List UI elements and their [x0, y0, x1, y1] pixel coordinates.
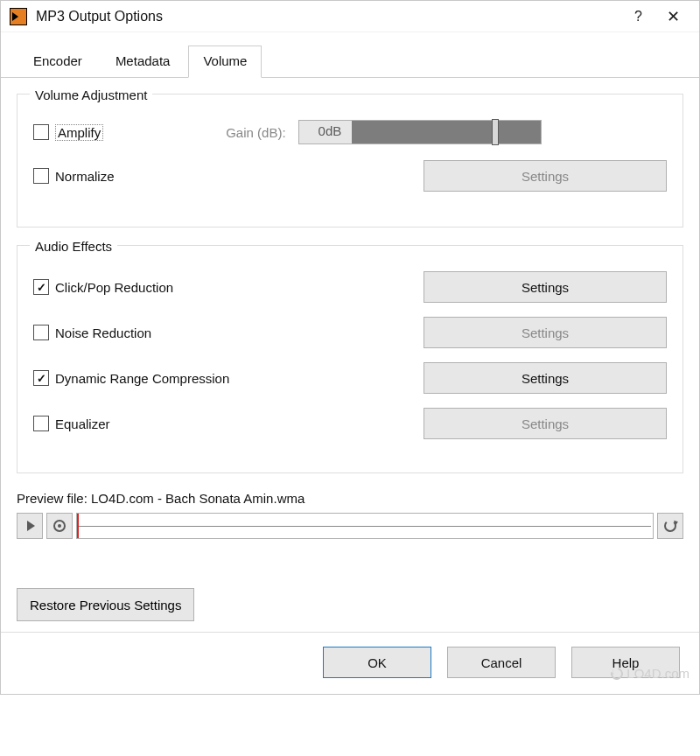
titlebar: MP3 Output Options ? ✕ [1, 1, 699, 32]
dialog-window: MP3 Output Options ? ✕ Encoder Metadata … [0, 0, 700, 695]
checkbox-clickpop[interactable]: Click/Pop Reduction [33, 279, 173, 295]
checkbox-equalizer[interactable]: Equalizer [33, 416, 110, 431]
checkbox-icon [33, 370, 49, 386]
gain-thumb[interactable] [492, 119, 499, 145]
group-title-effects: Audio Effects [30, 239, 117, 254]
tab-encoder[interactable]: Encoder [18, 46, 97, 77]
ok-button[interactable]: OK [323, 647, 431, 678]
preview-file-label: Preview file: LO4D.com - Bach Sonata Ami… [17, 491, 683, 506]
refresh-icon [664, 520, 676, 532]
checkbox-icon [33, 168, 49, 184]
preview-player [17, 513, 683, 539]
gain-fill [352, 121, 541, 144]
app-icon [10, 8, 27, 25]
checkbox-noise-reduction[interactable]: Noise Reduction [33, 325, 151, 340]
gain-label: Gain (dB): [226, 125, 285, 140]
help-button[interactable]: Help [571, 647, 680, 678]
checkbox-icon [33, 124, 49, 140]
clickpop-settings-button[interactable]: Settings [424, 271, 667, 303]
record-button[interactable] [46, 513, 73, 539]
gain-slider[interactable]: 0dB [298, 120, 542, 144]
record-icon [53, 520, 66, 532]
drc-settings-button[interactable]: Settings [424, 362, 667, 394]
checkbox-icon [33, 325, 49, 340]
restore-previous-settings-button[interactable]: Restore Previous Settings [17, 588, 194, 621]
noise-label: Noise Reduction [55, 326, 151, 340]
drc-label: Dynamic Range Compression [55, 371, 229, 386]
waveform-line [79, 526, 651, 527]
checkbox-normalize[interactable]: Normalize [33, 168, 115, 184]
equalizer-settings-button[interactable]: Settings [424, 408, 667, 439]
refresh-button[interactable] [657, 513, 683, 539]
checkbox-icon [33, 416, 49, 431]
titlebar-help-button[interactable]: ? [634, 9, 642, 24]
group-title-volume: Volume Adjustment [30, 88, 152, 102]
play-icon [27, 521, 35, 531]
group-volume-adjustment: Volume Adjustment Amplify Gain (dB): 0dB [17, 94, 683, 228]
tabstrip: Encoder Metadata Volume [1, 32, 699, 78]
window-title: MP3 Output Options [36, 9, 634, 24]
group-audio-effects: Audio Effects Click/Pop Reduction Settin… [17, 245, 683, 473]
gain-value: 0dB [318, 123, 342, 138]
checkbox-icon [33, 279, 49, 295]
noise-settings-button[interactable]: Settings [424, 317, 667, 348]
titlebar-close-button[interactable]: ✕ [667, 7, 680, 26]
amplify-label: Amplify [55, 124, 103, 141]
tab-body-volume: Volume Adjustment Amplify Gain (dB): 0dB [1, 78, 699, 632]
normalize-label: Normalize [55, 169, 115, 184]
cancel-button[interactable]: Cancel [447, 647, 556, 678]
play-button[interactable] [17, 513, 43, 539]
checkbox-amplify[interactable]: Amplify [33, 124, 103, 141]
equalizer-label: Equalizer [55, 416, 110, 431]
normalize-settings-button[interactable]: Settings [424, 160, 667, 192]
tab-volume[interactable]: Volume [188, 46, 262, 78]
clickpop-label: Click/Pop Reduction [55, 280, 173, 295]
tab-metadata[interactable]: Metadata [101, 46, 186, 77]
waveform-display[interactable] [76, 513, 654, 539]
dialog-footer: OK Cancel Help [1, 632, 699, 694]
checkbox-drc[interactable]: Dynamic Range Compression [33, 370, 229, 386]
